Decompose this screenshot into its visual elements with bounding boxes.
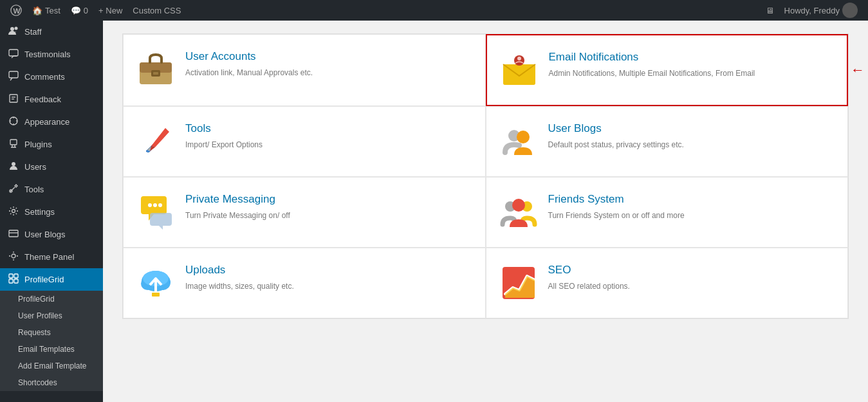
sidebar-item-users[interactable]: Users <box>0 156 103 178</box>
sidebar-label-comments: Comments <box>24 72 65 82</box>
svg-point-11 <box>12 162 15 166</box>
svg-rect-4 <box>9 50 18 56</box>
svg-text:W: W <box>14 6 21 15</box>
svg-point-38 <box>512 199 525 212</box>
user-accounts-desc: Activation link, Manual Approvals etc. <box>185 67 313 78</box>
user-accounts-icon <box>136 50 175 89</box>
tools-text: Tools Import/ Export Options <box>185 122 263 151</box>
grid-item-user-accounts[interactable]: User Accounts Activation link, Manual Ap… <box>123 34 486 106</box>
user-blogs-title[interactable]: User Blogs <box>548 122 684 135</box>
svg-point-35 <box>158 203 162 207</box>
grid-item-user-blogs[interactable]: User Blogs Default post status, privacy … <box>486 106 849 177</box>
seo-title[interactable]: SEO <box>548 264 630 277</box>
screen-options-icon: 🖥 <box>766 6 774 15</box>
sidebar-item-user-blogs[interactable]: User Blogs <box>0 223 103 246</box>
profilegrid-icon <box>8 273 19 286</box>
adminbar-howdy[interactable]: Howdy, Freddy <box>779 0 863 21</box>
sidebar-item-theme-panel[interactable]: Theme Panel <box>0 246 103 268</box>
grid-item-uploads[interactable]: Uploads Image widths, sizes, quality etc… <box>123 248 486 318</box>
submenu-user-profiles[interactable]: User Profiles <box>0 307 103 324</box>
svg-rect-25 <box>153 72 158 75</box>
adminbar-new[interactable]: + New <box>93 0 127 21</box>
sidebar-label-staff: Staff <box>24 27 42 37</box>
grid-item-tools[interactable]: Tools Import/ Export Options <box>123 106 486 177</box>
sidebar-item-comments[interactable]: Comments <box>0 66 103 88</box>
grid-item-private-messaging[interactable]: Private Messaging Turn Private Messaging… <box>123 177 486 248</box>
user-blogs-sidebar-icon <box>8 228 19 241</box>
sidebar-item-testimonials[interactable]: Testimonials <box>0 43 103 66</box>
sidebar-item-settings[interactable]: Settings <box>0 201 103 223</box>
grid-item-friends-system[interactable]: Friends System Turn Friends System on or… <box>486 177 849 248</box>
site-name: Test <box>45 6 60 15</box>
friends-system-title[interactable]: Friends System <box>548 193 685 206</box>
svg-point-34 <box>153 203 157 207</box>
testimonials-icon <box>8 48 19 60</box>
sidebar-label-feedback: Feedback <box>24 95 61 104</box>
private-messaging-title[interactable]: Private Messaging <box>185 193 290 206</box>
svg-point-2 <box>10 27 14 31</box>
sidebar-label-user-blogs: User Blogs <box>24 230 66 239</box>
email-notifications-text: Email Notifications Admin Notifications,… <box>549 51 755 79</box>
user-accounts-title[interactable]: User Accounts <box>185 50 313 63</box>
new-label: + New <box>98 6 122 15</box>
sidebar-label-profilegrid: ProfileGrid <box>24 275 64 284</box>
tools-sidebar-icon <box>8 183 19 196</box>
private-messaging-text: Private Messaging Turn Private Messaging… <box>185 193 290 221</box>
submenu-requests[interactable]: Requests <box>0 324 103 341</box>
svg-rect-6 <box>10 95 17 102</box>
svg-point-33 <box>148 203 152 207</box>
svg-rect-44 <box>152 293 160 297</box>
sidebar-item-appearance[interactable]: Appearance <box>0 111 103 133</box>
sidebar-item-feedback[interactable]: Feedback <box>0 88 103 111</box>
home-icon: 🏠 <box>32 6 42 15</box>
content-area: User Accounts Activation link, Manual Ap… <box>103 21 868 402</box>
howdy-text: Howdy, Freddy <box>784 6 840 15</box>
tools-title[interactable]: Tools <box>185 122 263 135</box>
uploads-desc: Image widths, sizes, quality etc. <box>185 280 294 292</box>
comments-count: 0 <box>84 6 88 15</box>
sidebar-label-testimonials: Testimonials <box>24 50 71 59</box>
svg-rect-20 <box>14 279 18 283</box>
sidebar-item-staff[interactable]: Staff <box>0 21 103 43</box>
theme-panel-icon <box>8 251 19 263</box>
submenu-shortcodes[interactable]: Shortcodes <box>0 374 103 391</box>
uploads-text: Uploads Image widths, sizes, quality etc… <box>185 264 294 292</box>
adminbar-logo[interactable]: W <box>5 0 27 21</box>
tools-desc: Import/ Export Options <box>185 139 263 151</box>
adminbar-custom-css[interactable]: Custom CSS <box>127 0 186 21</box>
user-avatar <box>842 3 858 18</box>
grid-item-email-notifications[interactable]: Email Notifications Admin Notifications,… <box>486 34 849 106</box>
plugins-icon <box>8 138 19 151</box>
svg-point-16 <box>12 254 15 258</box>
adminbar-comments[interactable]: 💬 0 <box>66 0 93 21</box>
sidebar-label-users: Users <box>24 162 46 172</box>
submenu-profilegrid-main[interactable]: ProfileGrid <box>0 291 103 307</box>
user-accounts-text: User Accounts Activation link, Manual Ap… <box>185 50 313 78</box>
sidebar-label-theme-panel: Theme Panel <box>24 252 74 262</box>
sidebar-item-plugins[interactable]: Plugins <box>0 133 103 156</box>
private-messaging-icon <box>136 193 175 232</box>
friends-system-text: Friends System Turn Friends System on or… <box>548 193 685 221</box>
sidebar-item-tools[interactable]: Tools <box>0 178 103 201</box>
highlight-arrow: ← <box>851 62 865 78</box>
sidebar-item-profilegrid[interactable]: ProfileGrid <box>0 268 103 291</box>
submenu-add-email-template[interactable]: Add Email Template <box>0 358 103 374</box>
adminbar-screen-options[interactable]: 🖥 <box>761 0 779 21</box>
svg-point-3 <box>15 27 18 30</box>
comments-sidebar-icon <box>8 71 19 83</box>
friends-system-desc: Turn Friends System on or off and more <box>548 210 685 221</box>
grid-item-seo[interactable]: SEO All SEO related options. <box>486 248 849 318</box>
private-messaging-desc: Turn Private Messaging on/ off <box>185 210 290 221</box>
comments-icon: 💬 <box>71 6 81 15</box>
sidebar: Staff Testimonials Comments Feedback App… <box>0 21 103 402</box>
adminbar-home[interactable]: 🏠 Test <box>27 0 66 21</box>
submenu-email-templates[interactable]: Email Templates <box>0 341 103 358</box>
svg-point-29 <box>517 57 521 60</box>
staff-icon <box>8 26 19 38</box>
appearance-icon <box>8 116 19 128</box>
sidebar-label-tools: Tools <box>24 185 44 194</box>
settings-grid: User Accounts Activation link, Manual Ap… <box>122 33 849 319</box>
email-notifications-title[interactable]: Email Notifications <box>549 51 755 64</box>
profilegrid-submenu: ProfileGrid User Profiles Requests Email… <box>0 291 103 391</box>
uploads-title[interactable]: Uploads <box>185 264 294 277</box>
